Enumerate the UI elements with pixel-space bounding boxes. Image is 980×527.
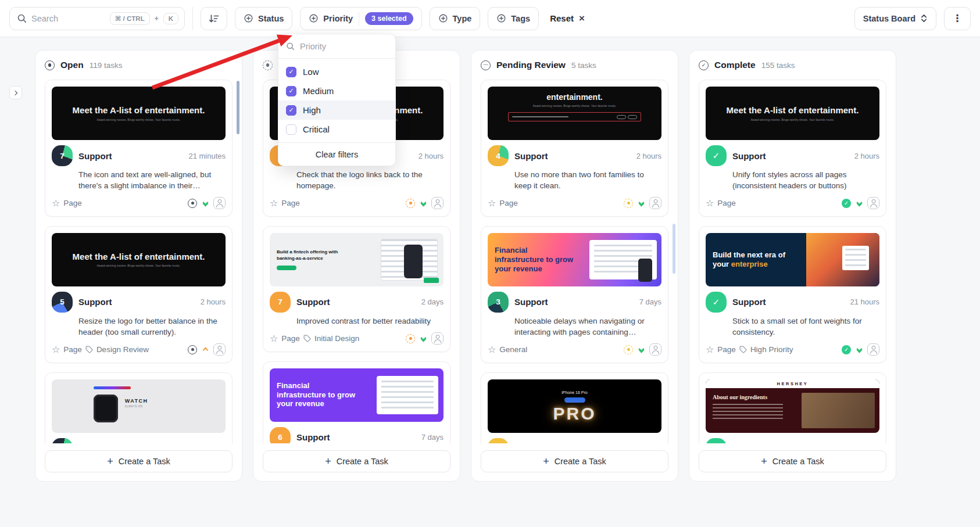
favorite-star-icon[interactable]: ☆ bbox=[52, 199, 60, 208]
assignee-icon[interactable] bbox=[213, 197, 226, 209]
checkbox-unchecked[interactable] bbox=[286, 124, 296, 135]
filter-type-button[interactable]: Type bbox=[430, 7, 481, 30]
priority-option-label: High bbox=[303, 105, 321, 115]
create-task-button[interactable]: + Create a Task bbox=[699, 450, 886, 472]
card-thumbnail: Meet the A-list of entertainment.Award-w… bbox=[706, 87, 879, 140]
tag-icon bbox=[739, 346, 747, 353]
priority-option-label: Critical bbox=[303, 124, 330, 134]
favorite-star-icon[interactable]: ☆ bbox=[706, 345, 714, 354]
priority-option-low[interactable]: Low bbox=[278, 62, 395, 81]
status-icon[interactable] bbox=[624, 199, 633, 208]
search-box[interactable]: ⌘ / CTRL + K bbox=[9, 7, 185, 30]
priority-option-critical[interactable]: Critical bbox=[278, 120, 395, 139]
task-card[interactable]: iPhone 16 ProPRO 1 Support 2 months bbox=[481, 372, 668, 443]
thumb-headline: iPhone 16 Pro bbox=[561, 390, 587, 395]
assignee-icon[interactable] bbox=[431, 197, 443, 209]
task-card[interactable]: Financial infrastructure to grow your re… bbox=[481, 226, 668, 363]
filter-priority-button[interactable]: Priority 3 selected bbox=[300, 7, 421, 30]
plus-circle-icon bbox=[438, 13, 448, 23]
view-select-button[interactable]: Status Board bbox=[854, 7, 936, 30]
thumb-headline: Build a fintech offering with banking-as… bbox=[277, 249, 350, 262]
more-menu-button[interactable]: ⋮ bbox=[944, 7, 971, 30]
assignee-icon[interactable] bbox=[649, 343, 661, 356]
thumb-headline: Financial infrastructure to grow your re… bbox=[495, 246, 575, 273]
card-footer: ☆Page bbox=[52, 197, 226, 210]
task-card[interactable]: Build the next era of your enterprise Su… bbox=[699, 226, 886, 363]
column-scrollbar[interactable] bbox=[237, 81, 239, 134]
assignee-icon[interactable] bbox=[431, 332, 443, 345]
priority-low-icon[interactable] bbox=[855, 200, 863, 206]
task-card[interactable]: WATCHALWAYS ON 2 Support 2 hours bbox=[45, 372, 233, 443]
close-icon: × bbox=[579, 13, 585, 23]
task-card[interactable]: Meet the A-list of entertainment.Award-w… bbox=[699, 80, 886, 217]
card-title: Support bbox=[732, 151, 849, 161]
checkbox-checked[interactable] bbox=[286, 86, 296, 96]
thumb-dashboard bbox=[377, 376, 438, 414]
assignee-icon[interactable] bbox=[867, 197, 879, 209]
priority-option-high[interactable]: High bbox=[278, 101, 395, 120]
thumb-button bbox=[564, 397, 585, 403]
create-task-button[interactable]: + Create a Task bbox=[263, 450, 450, 472]
clear-filters-button[interactable]: Clear filters bbox=[278, 142, 395, 166]
card-title: Support bbox=[514, 151, 631, 161]
create-task-button[interactable]: + Create a Task bbox=[481, 450, 668, 472]
status-icon[interactable] bbox=[406, 334, 415, 343]
checkbox-checked[interactable] bbox=[286, 67, 296, 77]
column-footer: + Create a Task bbox=[35, 443, 242, 481]
assignee-icon[interactable] bbox=[867, 343, 879, 356]
priority-dropdown-search[interactable] bbox=[278, 34, 395, 59]
task-card[interactable]: Meet the A-list of entertainment.Award-w… bbox=[45, 226, 233, 363]
expand-sidebar-button[interactable] bbox=[9, 86, 22, 99]
column-scrollbar[interactable] bbox=[673, 224, 675, 274]
status-icon[interactable] bbox=[624, 345, 633, 354]
status-icon[interactable] bbox=[188, 345, 197, 354]
priority-low-icon[interactable] bbox=[855, 347, 863, 352]
status-icon[interactable] bbox=[842, 199, 851, 208]
priority-search-input[interactable] bbox=[300, 42, 388, 51]
reset-filters-button[interactable]: Reset × bbox=[546, 13, 588, 23]
column-header: Open 119 tasks bbox=[35, 51, 242, 76]
priority-options: LowMediumHighCritical bbox=[278, 59, 395, 142]
task-card[interactable]: Meet the A-list of entertainment.Award-w… bbox=[45, 80, 233, 217]
favorite-star-icon[interactable]: ☆ bbox=[270, 199, 278, 208]
filter-status-button[interactable]: Status bbox=[235, 7, 292, 30]
card-tags: ☆General bbox=[488, 345, 624, 354]
favorite-star-icon[interactable]: ☆ bbox=[488, 345, 496, 354]
thumb-brand-bar: HERSHEY bbox=[706, 379, 879, 388]
filter-tags-button[interactable]: Tags bbox=[488, 7, 539, 30]
status-icon[interactable] bbox=[406, 199, 415, 208]
card-title-row: 6 Support 7 days bbox=[270, 427, 443, 443]
plus-circle-icon bbox=[309, 13, 319, 23]
create-task-button[interactable]: + Create a Task bbox=[45, 450, 233, 472]
favorite-star-icon[interactable]: ☆ bbox=[270, 334, 278, 343]
plus-icon: + bbox=[107, 456, 113, 467]
status-icon[interactable] bbox=[188, 199, 197, 208]
priority-low-icon[interactable] bbox=[419, 336, 427, 341]
card-title-row: 2 Support 2 hours bbox=[52, 438, 226, 443]
checkbox-checked[interactable] bbox=[286, 105, 296, 116]
task-card[interactable]: HERSHEYAbout our ingredients Maria 5 day… bbox=[699, 372, 886, 443]
assignee-icon[interactable] bbox=[649, 197, 661, 209]
sort-button[interactable] bbox=[201, 7, 227, 30]
priority-low-icon[interactable] bbox=[201, 200, 209, 206]
card-meta-icons bbox=[624, 197, 661, 209]
favorite-star-icon[interactable]: ☆ bbox=[706, 199, 714, 208]
task-card[interactable]: entertainment.Award-winning movies. Bing… bbox=[481, 80, 668, 217]
task-card[interactable]: Build a fintech offering with banking-as… bbox=[263, 226, 450, 352]
priority-low-icon[interactable] bbox=[419, 200, 427, 206]
priority-option-medium[interactable]: Medium bbox=[278, 81, 395, 101]
priority-dropdown: LowMediumHighCritical Clear filters bbox=[278, 34, 396, 166]
task-card[interactable]: Financial infrastructure to grow your re… bbox=[263, 361, 450, 443]
create-task-label: Create a Task bbox=[119, 457, 170, 466]
favorite-star-icon[interactable]: ☆ bbox=[488, 199, 496, 208]
priority-low-icon[interactable] bbox=[637, 200, 645, 206]
card-footer: ☆General bbox=[488, 343, 661, 356]
status-icon[interactable] bbox=[842, 345, 851, 354]
card-thumbnail: Meet the A-list of entertainment.Award-w… bbox=[52, 233, 226, 286]
priority-low-icon[interactable] bbox=[637, 347, 645, 352]
favorite-star-icon[interactable]: ☆ bbox=[52, 345, 60, 354]
card-tag: Page bbox=[281, 199, 300, 207]
priority-high-icon[interactable] bbox=[201, 347, 209, 352]
assignee-icon[interactable] bbox=[213, 343, 226, 356]
search-input[interactable] bbox=[31, 14, 105, 23]
